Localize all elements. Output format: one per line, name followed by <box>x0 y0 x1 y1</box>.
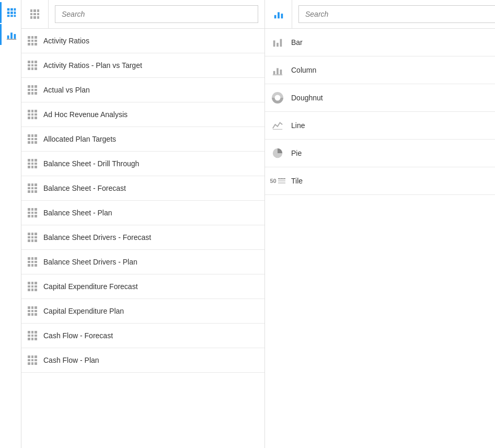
svg-rect-18 <box>280 39 282 47</box>
svg-rect-16 <box>273 40 275 47</box>
grid-item-icon <box>28 233 37 242</box>
list-item-label: Allocated Plan Targets <box>43 135 116 143</box>
svg-rect-5 <box>14 12 16 14</box>
svg-rect-17 <box>277 43 279 47</box>
svg-rect-21 <box>280 70 282 74</box>
svg-rect-9 <box>7 36 9 39</box>
svg-rect-15 <box>281 14 283 18</box>
sidebar-grid-icon[interactable] <box>0 2 21 23</box>
chart-type-icon-tile: 50 <box>271 175 284 187</box>
list-item-label: Balance Sheet Drivers - Plan <box>43 258 137 266</box>
list-item-label: Cash Flow - Forecast <box>43 331 113 340</box>
chart-type-item[interactable]: Line <box>265 112 495 140</box>
svg-rect-14 <box>278 12 280 18</box>
chart-type-label: Tile <box>291 177 303 185</box>
chart-type-icon-line <box>271 119 284 132</box>
grid-item-icon <box>28 208 37 217</box>
left-panel-header <box>21 0 264 29</box>
list-item-label: Cash Flow - Plan <box>43 356 99 364</box>
list-item[interactable]: Allocated Plan Targets <box>21 127 264 152</box>
right-panel-list[interactable]: Bar Column Doughnut Line <box>265 29 495 448</box>
grid-item-icon <box>28 36 37 45</box>
left-panel: Activity Ratios Activity Ratios - Plan v… <box>21 0 265 448</box>
svg-rect-20 <box>277 68 279 74</box>
chart-type-label: Pie <box>291 149 302 157</box>
list-item[interactable]: Balance Sheet - Forecast <box>21 176 264 201</box>
chart-type-icon-doughnut <box>271 91 284 104</box>
svg-rect-7 <box>10 15 13 17</box>
svg-rect-3 <box>7 12 9 14</box>
svg-rect-13 <box>274 15 276 18</box>
grid-item-icon <box>28 331 37 340</box>
list-item-label: Activity Ratios - Plan vs Target <box>43 61 142 70</box>
grid-item-icon <box>28 183 37 193</box>
list-item-label: Balance Sheet Drivers - Forecast <box>43 233 151 242</box>
list-item[interactable]: Balance Sheet Drivers - Plan <box>21 250 264 274</box>
list-item-label: Capital Expenditure Forecast <box>43 282 138 291</box>
left-sidebar <box>0 0 21 448</box>
list-item-label: Balance Sheet - Plan <box>43 209 112 217</box>
list-item-label: Balance Sheet - Forecast <box>43 184 126 192</box>
grid-item-icon <box>28 306 37 316</box>
svg-rect-19 <box>273 71 275 74</box>
chart-type-label: Column <box>291 66 316 74</box>
list-item[interactable]: Cash Flow - Forecast <box>21 324 264 348</box>
list-item[interactable]: Balance Sheet - Plan <box>21 201 264 225</box>
svg-rect-2 <box>14 8 16 11</box>
chart-type-label: Bar <box>291 38 303 47</box>
list-item-label: Actual vs Plan <box>43 86 90 94</box>
grid-item-icon <box>28 61 37 70</box>
right-search-input[interactable] <box>298 5 495 23</box>
list-item[interactable]: Activity Ratios - Plan vs Target <box>21 53 264 78</box>
grid-item-icon <box>28 282 37 291</box>
right-panel: Bar Column Doughnut Line <box>265 0 495 448</box>
list-item-label: Ad Hoc Revenue Analysis <box>43 110 128 119</box>
svg-rect-4 <box>10 12 13 14</box>
list-item[interactable]: Balance Sheet Drivers - Forecast <box>21 225 264 250</box>
chart-type-item[interactable]: Pie <box>265 140 495 167</box>
list-item-label: Balance Sheet - Drill Through <box>43 159 139 168</box>
list-item-label: Capital Expenditure Plan <box>43 307 124 315</box>
grid-item-icon <box>28 355 37 365</box>
chart-type-icon-column <box>271 64 284 76</box>
grid-item-icon <box>28 110 37 119</box>
grid-item-icon <box>28 257 37 267</box>
chart-type-item[interactable]: Bar <box>265 29 495 56</box>
list-item[interactable]: Actual vs Plan <box>21 78 264 102</box>
left-panel-list[interactable]: Activity Ratios Activity Ratios - Plan v… <box>21 29 264 448</box>
sidebar-chart-icon[interactable] <box>0 24 21 45</box>
right-panel-tab-icon[interactable] <box>265 0 292 28</box>
left-search-input[interactable] <box>55 5 258 23</box>
list-item[interactable]: Ad Hoc Revenue Analysis <box>21 102 264 127</box>
grid-item-icon <box>28 134 37 144</box>
list-item[interactable]: Activity Ratios <box>21 29 264 53</box>
panels-container: Activity Ratios Activity Ratios - Plan v… <box>21 0 495 448</box>
list-item[interactable]: Capital Expenditure Plan <box>21 299 264 324</box>
list-item[interactable]: Capital Expenditure Forecast <box>21 274 264 299</box>
chart-type-icon-pie <box>271 147 284 159</box>
list-item[interactable]: Balance Sheet - Drill Through <box>21 152 264 176</box>
chart-type-label: Line <box>291 121 305 130</box>
right-panel-header <box>265 0 495 29</box>
svg-rect-8 <box>14 15 16 17</box>
left-panel-search-wrap <box>49 1 264 27</box>
chart-type-icon-bar <box>271 36 284 49</box>
chart-type-item[interactable]: Doughnut <box>265 84 495 112</box>
list-item-label: Activity Ratios <box>43 37 89 45</box>
chart-type-item[interactable]: 50 Tile <box>265 167 495 195</box>
svg-rect-10 <box>10 32 13 39</box>
svg-point-25 <box>275 95 280 100</box>
svg-rect-11 <box>14 34 16 39</box>
svg-rect-1 <box>10 8 13 11</box>
list-item[interactable]: Cash Flow - Plan <box>21 348 264 373</box>
grid-item-icon <box>28 85 37 95</box>
grid-item-icon <box>28 159 37 168</box>
chart-type-item[interactable]: Column <box>265 56 495 84</box>
svg-rect-6 <box>7 15 9 17</box>
right-panel-search-wrap <box>292 1 495 27</box>
left-panel-tab-icon[interactable] <box>21 0 49 28</box>
chart-type-label: Doughnut <box>291 94 323 102</box>
svg-rect-0 <box>7 8 9 11</box>
